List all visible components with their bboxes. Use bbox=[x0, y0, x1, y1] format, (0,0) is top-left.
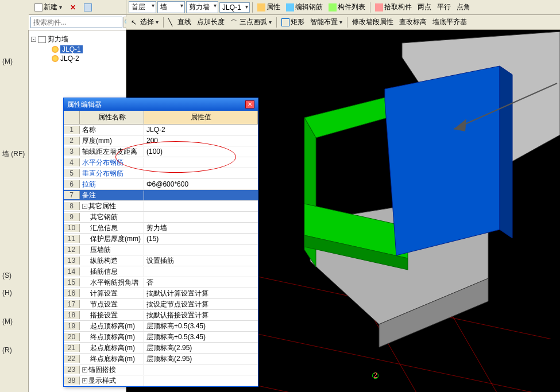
strip-item[interactable]: (M) bbox=[0, 313, 28, 330]
property-row[interactable]: 21起点底标高(m)层顶标高(2.95) bbox=[64, 343, 258, 354]
property-name: 其它属性 bbox=[88, 201, 116, 211]
category-combo[interactable]: 墙 bbox=[157, 1, 185, 13]
property-row[interactable]: 18搭接设置按默认搭接设置计算 bbox=[64, 310, 258, 321]
rect-icon bbox=[281, 18, 289, 26]
property-name: 厚度(mm) bbox=[82, 136, 112, 146]
property-value[interactable]: 层顶标高(2.95) bbox=[144, 354, 258, 364]
property-row[interactable]: 4水平分布钢筋 bbox=[64, 157, 258, 168]
arc3-button[interactable]: ⌒三点画弧▾ bbox=[228, 16, 274, 28]
property-value[interactable]: 剪力墙 bbox=[144, 223, 258, 233]
expand-icon[interactable]: + bbox=[82, 378, 87, 383]
two-point-button[interactable]: 两点 bbox=[415, 1, 434, 13]
pick-component-button[interactable]: 拾取构件 bbox=[373, 1, 414, 13]
property-name: 纵筋构造 bbox=[82, 256, 118, 266]
property-editor: 属性编辑器 ✕ 属性名称 属性值 1名称JLQ-22厚度(mm)2003轴线距左… bbox=[63, 98, 258, 387]
property-row[interactable]: 15水平钢筋拐角增否 bbox=[64, 277, 258, 288]
property-row[interactable]: 1名称JLQ-2 bbox=[64, 125, 258, 135]
list-icon bbox=[329, 3, 337, 11]
property-value[interactable]: Φ6@600*600 bbox=[144, 180, 258, 188]
page-icon bbox=[34, 3, 43, 11]
search-input[interactable] bbox=[30, 17, 122, 28]
property-row[interactable]: 23+锚固搭接 bbox=[64, 364, 258, 375]
strip-item[interactable]: (S) bbox=[0, 267, 28, 284]
property-row[interactable]: 5垂直分布钢筋 bbox=[64, 168, 258, 179]
component-combo[interactable]: JLQ-1 bbox=[219, 2, 250, 13]
property-value[interactable]: 层顶标高+0.5(3.45) bbox=[144, 321, 258, 331]
pick-icon bbox=[375, 3, 383, 11]
new-button[interactable]: 新建▾ bbox=[32, 1, 64, 13]
property-row[interactable]: 9其它钢筋 bbox=[64, 212, 258, 223]
properties-button[interactable]: 属性 bbox=[255, 1, 283, 13]
strip-item[interactable]: (R) bbox=[0, 341, 28, 359]
toolbar-row1: 首层 墙 剪力墙 JLQ-1 属性 编辑钢筋 构件列表 拾取构件 两点 平行 点… bbox=[126, 0, 560, 15]
property-row[interactable]: 17节点设置按设定节点设置计算 bbox=[64, 299, 258, 310]
strip-item[interactable]: 墙 (RF) bbox=[0, 145, 28, 164]
close-button[interactable]: ✕ bbox=[245, 100, 254, 108]
modify-elevation-button[interactable]: 查改标高 bbox=[397, 16, 429, 28]
tree-item-jlq2[interactable]: JLQ-2 bbox=[31, 54, 123, 63]
component-list-button[interactable]: 构件列表 bbox=[326, 1, 368, 13]
collapse-icon[interactable]: - bbox=[31, 37, 36, 42]
property-value[interactable]: (100) bbox=[144, 148, 258, 156]
property-name: 起点底标高(m) bbox=[82, 343, 135, 353]
property-name: 终点底标高(m) bbox=[82, 354, 135, 364]
property-value[interactable]: 设置插筋 bbox=[144, 256, 258, 266]
strip-item[interactable]: (M) bbox=[0, 53, 28, 70]
modify-wall-button[interactable]: 修改墙段属性 bbox=[350, 16, 396, 28]
expand-icon[interactable]: - bbox=[82, 204, 87, 209]
point-extend-button[interactable]: 点加长度 bbox=[195, 16, 227, 28]
tree-root[interactable]: - 剪力墙 bbox=[31, 34, 123, 45]
property-value[interactable]: JLQ-2 bbox=[144, 126, 258, 134]
property-value[interactable]: 否 bbox=[144, 278, 258, 288]
floor-combo[interactable]: 首层 bbox=[129, 1, 156, 13]
property-name: 垂直分布钢筋 bbox=[82, 169, 123, 178]
property-row[interactable]: 7备注 bbox=[64, 190, 258, 201]
property-row[interactable]: 8-其它属性 bbox=[64, 201, 258, 212]
line-button[interactable]: ╲直线 bbox=[166, 16, 194, 28]
component-tree: - 剪力墙 JLQ-1 JLQ-2 bbox=[29, 30, 126, 67]
property-row[interactable]: 13纵筋构造设置插筋 bbox=[64, 255, 258, 266]
property-value[interactable]: 按默认计算设置计算 bbox=[144, 289, 258, 298]
property-value[interactable]: 200 bbox=[144, 137, 258, 145]
smart-layout-button[interactable]: 智能布置▾ bbox=[308, 16, 345, 28]
property-row[interactable]: 6拉筋Φ6@600*600 bbox=[64, 179, 258, 190]
property-value[interactable]: 按设定节点设置计算 bbox=[144, 300, 258, 309]
property-editor-titlebar[interactable]: 属性编辑器 ✕ bbox=[64, 98, 258, 111]
property-name: 显示样式 bbox=[88, 376, 116, 386]
strip-item[interactable]: (H) bbox=[0, 284, 28, 301]
property-row[interactable]: 12压墙筋 bbox=[64, 244, 258, 255]
svg-marker-8 bbox=[500, 66, 512, 238]
point-angle-button[interactable]: 点角 bbox=[454, 1, 473, 13]
axis-node-2[interactable]: 2 bbox=[372, 372, 379, 379]
property-value[interactable]: (15) bbox=[144, 235, 258, 243]
type-combo[interactable]: 剪力墙 bbox=[186, 1, 218, 13]
copy-icon bbox=[84, 3, 92, 11]
property-row[interactable]: 11保护层厚度(mm)(15) bbox=[64, 234, 258, 244]
property-row[interactable]: 16计算设置按默认计算设置计算 bbox=[64, 288, 258, 299]
property-name: 终点顶标高(m) bbox=[82, 332, 135, 342]
delete-button[interactable]: ✕ bbox=[68, 2, 78, 13]
parallel-button[interactable]: 平行 bbox=[435, 1, 453, 13]
property-name: 汇总信息 bbox=[82, 223, 118, 233]
bottom-align-button[interactable]: 墙底平齐基 bbox=[430, 16, 469, 28]
copy-button[interactable] bbox=[82, 2, 94, 13]
tree-item-jlq1[interactable]: JLQ-1 bbox=[31, 45, 123, 54]
edit-rebar-button[interactable]: 编辑钢筋 bbox=[284, 1, 325, 13]
property-row[interactable]: 19起点顶标高(m)层顶标高+0.5(3.45) bbox=[64, 321, 258, 332]
property-name: 起点顶标高(m) bbox=[82, 321, 135, 331]
expand-icon[interactable]: + bbox=[82, 367, 87, 372]
rect-button[interactable]: 矩形 bbox=[279, 16, 307, 28]
property-row[interactable]: 38+显示样式 bbox=[64, 375, 258, 386]
property-row[interactable]: 3轴线距左墙皮距离(100) bbox=[64, 146, 258, 157]
property-name: 备注 bbox=[82, 191, 96, 200]
property-row[interactable]: 14插筋信息 bbox=[64, 266, 258, 277]
property-value[interactable]: 层顶标高+0.5(3.45) bbox=[144, 332, 258, 342]
property-row[interactable]: 22终点底标高(m)层顶标高(2.95) bbox=[64, 354, 258, 364]
property-row[interactable]: 20终点顶标高(m)层顶标高+0.5(3.45) bbox=[64, 332, 258, 343]
property-value[interactable]: 层顶标高(2.95) bbox=[144, 343, 258, 353]
property-value[interactable]: 按默认搭接设置计算 bbox=[144, 311, 258, 320]
property-row[interactable]: 2厚度(mm)200 bbox=[64, 135, 258, 146]
property-name: 节点设置 bbox=[82, 300, 118, 309]
property-row[interactable]: 10汇总信息剪力墙 bbox=[64, 223, 258, 234]
select-button[interactable]: ↖选择▾ bbox=[129, 16, 161, 28]
